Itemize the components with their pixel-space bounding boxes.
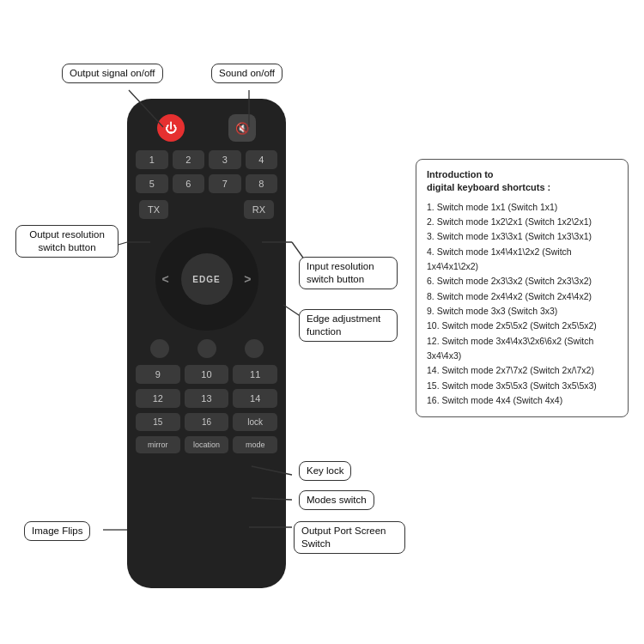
nav-center-edge[interactable]: EDGE	[181, 253, 233, 305]
num-btn-11[interactable]: 11	[233, 365, 277, 384]
info-item-6: 6. Switch mode 2x3\3x2 (Switch 2x3\3x2)	[427, 274, 617, 289]
dots-row	[136, 339, 277, 358]
num-btn-14[interactable]: 14	[233, 389, 277, 408]
info-item-15: 15. Switch mode 3x5\5x3 (Switch 3x5\5x3)	[427, 379, 617, 393]
top-row: ⏻ 🔇	[136, 114, 277, 142]
number-grid-1: 1 2 3 4	[136, 150, 277, 169]
label-output-signal: Output signal on/off	[62, 64, 163, 83]
dot-btn-center[interactable]	[197, 339, 216, 358]
mode-row: mirror location mode	[136, 436, 277, 453]
power-icon: ⏻	[165, 121, 177, 135]
info-item-10: 10. Switch mode 2x5\5x2 (Switch 2x5\5x2)	[427, 319, 617, 333]
num-btn-16[interactable]: 16	[185, 413, 229, 431]
mute-icon: 🔇	[235, 122, 249, 135]
rx-button[interactable]: RX	[244, 200, 274, 219]
nav-left-arrow[interactable]: <	[162, 272, 169, 286]
number-grid-4: 12 13 14	[136, 389, 277, 408]
info-box-title: Introduction todigital keyboard shortcut…	[427, 168, 617, 195]
num-btn-7[interactable]: 7	[209, 174, 241, 193]
label-modes-switch: Modes switch	[299, 490, 374, 510]
info-item-16: 16. Switch mode 4x4 (Switch 4x4)	[427, 393, 617, 408]
num-btn-2[interactable]: 2	[173, 150, 205, 169]
mute-button[interactable]: 🔇	[228, 114, 256, 142]
info-item-1: 1. Switch mode 1x1 (Switch 1x1)	[427, 200, 617, 215]
location-button[interactable]: location	[185, 436, 229, 453]
page-container: ⏻ 🔇 1 2 3 4 5 6 7 8 TX RX <	[0, 0, 644, 644]
mirror-button[interactable]: mirror	[136, 436, 180, 453]
info-box: Introduction todigital keyboard shortcut…	[416, 159, 629, 417]
num-btn-3[interactable]: 3	[209, 150, 241, 169]
num-btn-12[interactable]: 12	[136, 389, 180, 408]
power-button[interactable]: ⏻	[157, 114, 185, 142]
nav-right-arrow[interactable]: >	[244, 272, 251, 286]
info-item-12: 12. Switch mode 3x4\4x3\2x6\6x2 (Switch …	[427, 334, 617, 364]
remote-control: ⏻ 🔇 1 2 3 4 5 6 7 8 TX RX <	[127, 99, 286, 588]
label-edge-adjustment: Edge adjustment function	[299, 309, 398, 342]
dot-btn-left[interactable]	[150, 339, 169, 358]
nav-circle[interactable]: < EDGE >	[155, 228, 258, 331]
label-image-flips: Image Flips	[24, 521, 90, 541]
tx-rx-row: TX RX	[136, 200, 277, 219]
num-btn-1[interactable]: 1	[136, 150, 168, 169]
num-btn-4[interactable]: 4	[246, 150, 278, 169]
info-item-3: 3. Switch mode 1x3\3x1 (Switch 1x3\3x1)	[427, 229, 617, 244]
num-btn-10[interactable]: 10	[185, 365, 229, 384]
dot-btn-right[interactable]	[245, 339, 264, 358]
label-sound-on-off: Sound on/off	[211, 64, 283, 83]
num-btn-8[interactable]: 8	[246, 174, 278, 193]
mode-button[interactable]: mode	[233, 436, 277, 453]
label-key-lock: Key lock	[299, 461, 351, 481]
nav-circle-container: < EDGE >	[155, 228, 258, 331]
info-item-4: 4. Switch mode 1x4\4x1\2x2 (Switch 1x4\4…	[427, 245, 617, 275]
num-btn-9[interactable]: 9	[136, 365, 180, 384]
number-grid-3: 9 10 11	[136, 365, 277, 384]
num-btn-6[interactable]: 6	[173, 174, 205, 193]
num-btn-13[interactable]: 13	[185, 389, 229, 408]
lock-button[interactable]: lock	[233, 413, 277, 431]
tx-button[interactable]: TX	[139, 200, 168, 219]
num-btn-15[interactable]: 15	[136, 413, 180, 431]
number-grid-2: 5 6 7 8	[136, 174, 277, 193]
label-output-resolution: Output resolution switch button	[15, 225, 118, 258]
info-item-14: 14. Switch mode 2x7\7x2 (Switch 2x/\7x2)	[427, 363, 617, 378]
num-btn-5[interactable]: 5	[136, 174, 168, 193]
info-item-2: 2. Switch mode 1x2\2x1 (Switch 1x2\2x1)	[427, 215, 617, 229]
label-input-resolution: Input resolution switch button	[299, 257, 398, 289]
info-item-9: 9. Switch mode 3x3 (Switch 3x3)	[427, 304, 617, 319]
lock-row: 15 16 lock	[136, 413, 277, 431]
label-output-port-screen: Output Port Screen Switch	[294, 521, 405, 554]
info-item-8: 8. Switch mode 2x4\4x2 (Switch 2x4\4x2)	[427, 289, 617, 304]
